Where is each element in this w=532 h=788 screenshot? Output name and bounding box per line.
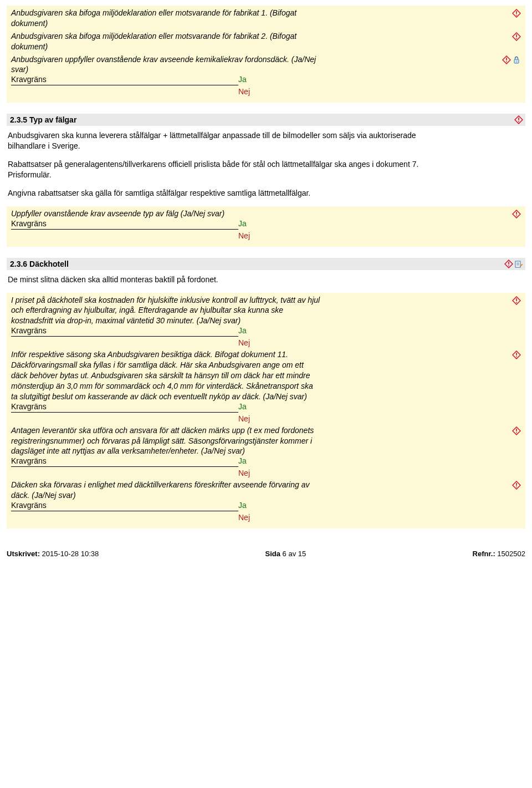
requirements-box-236: I priset på däckhotell ska kostnaden för… xyxy=(7,293,525,529)
answer-nej: Nej xyxy=(238,513,250,522)
kravgrans-label: Kravgräns xyxy=(11,326,238,337)
warning-icon xyxy=(512,426,521,435)
warning-icon xyxy=(514,115,523,124)
answer-ja: Ja xyxy=(238,326,250,335)
kravgrans-label: Kravgräns xyxy=(11,456,238,467)
refnr-label: Refnr.: xyxy=(473,550,495,558)
section-paragraph: Rabattsatser på generalagentens/tillverk… xyxy=(8,159,440,180)
footer-printed: Utskrivet: 2015-10-28 10:38 xyxy=(7,550,99,558)
answer-ja: Ja xyxy=(238,219,250,228)
answer-ja: Ja xyxy=(238,456,250,465)
kravgrans-row: Kravgräns Ja Nej xyxy=(11,501,471,522)
requirements-box-235: Uppfyller ovanstående krav avseende typ … xyxy=(7,206,525,247)
section-body-235: Anbudsgivaren ska kunna leverera stålfäl… xyxy=(7,126,441,206)
requirement-item: Anbudsgivaren ska bifoga miljödeklaratio… xyxy=(11,31,521,52)
kravgrans-row: Kravgräns Ja Nej xyxy=(11,219,471,240)
requirement-item: Däcken ska förvaras i enlighet med däckt… xyxy=(11,480,521,522)
warning-icon xyxy=(512,210,521,218)
requirement-text: Uppfyller ovanstående krav avseende typ … xyxy=(11,209,399,219)
warning-icon xyxy=(512,350,521,359)
section-paragraph: De minst slitna däcken ska alltid monter… xyxy=(8,274,440,285)
requirement-text: Anbudsgivaren uppfyller ovanstående krav… xyxy=(11,54,321,75)
page-footer: Utskrivet: 2015-10-28 10:38 Sida 6 av 15… xyxy=(7,540,525,558)
kravgrans-label: Kravgräns xyxy=(11,501,238,511)
warning-icon xyxy=(512,481,521,490)
edit-icon xyxy=(514,260,523,268)
requirement-item: Inför respektive säsong ska Anbudsgivare… xyxy=(11,349,521,423)
section-paragraph: Anbudsgivaren ska kunna leverera stålfäl… xyxy=(8,130,440,151)
kravgrans-row: Kravgräns Ja Nej xyxy=(11,75,471,96)
section-title: 2.3.6 Däckhotell xyxy=(10,260,69,268)
section-header-235: 2.3.5 Typ av fälgar xyxy=(7,114,525,126)
refnr-value: 1502502 xyxy=(497,550,525,558)
section-header-236: 2.3.6 Däckhotell xyxy=(7,258,525,270)
sida-av: av xyxy=(288,550,296,558)
requirement-text: Inför respektive säsong ska Anbudsgivare… xyxy=(11,349,321,401)
kravgrans-row: Kravgräns Ja Nej xyxy=(11,456,471,477)
requirement-text: Antagen leverantör ska utföra och ansvar… xyxy=(11,425,321,457)
kravgrans-label: Kravgräns xyxy=(11,402,238,413)
footer-ref: Refnr.: 1502502 xyxy=(473,550,525,558)
requirement-item: Anbudsgivaren ska bifoga miljödeklaratio… xyxy=(11,8,521,29)
answer-nej: Nej xyxy=(238,414,250,423)
answer-nej: Nej xyxy=(238,469,250,477)
warning-icon xyxy=(512,32,521,41)
requirements-box-top: Anbudsgivaren ska bifoga miljödeklaratio… xyxy=(7,6,525,103)
requirement-item: I priset på däckhotell ska kostnaden för… xyxy=(11,295,521,348)
kravgrans-row: Kravgräns Ja Nej xyxy=(11,402,471,423)
section-paragraph: Angivna rabattsatser ska gälla för samtl… xyxy=(8,188,440,199)
requirement-text: Däcken ska förvaras i enlighet med däckt… xyxy=(11,480,321,501)
kravgrans-label: Kravgräns xyxy=(11,75,238,85)
section-body-236: De minst slitna däcken ska alltid monter… xyxy=(7,270,441,293)
answer-nej: Nej xyxy=(238,87,250,96)
answer-nej: Nej xyxy=(238,338,250,347)
utskrivet-label: Utskrivet: xyxy=(7,550,40,558)
sida-label: Sida xyxy=(265,550,280,558)
lock-help-icon xyxy=(512,55,521,64)
answer-ja: Ja xyxy=(238,75,250,84)
requirement-text: Anbudsgivaren ska bifoga miljödeklaratio… xyxy=(11,8,321,29)
kravgrans-label: Kravgräns xyxy=(11,219,238,230)
requirement-item: Anbudsgivaren uppfyller ovanstående krav… xyxy=(11,54,521,96)
warning-icon xyxy=(504,260,513,268)
requirement-text: Anbudsgivaren ska bifoga miljödeklaratio… xyxy=(11,31,321,52)
answer-nej: Nej xyxy=(238,231,250,240)
requirement-item: Uppfyller ovanstående krav avseende typ … xyxy=(11,209,521,240)
footer-page: Sida 6 av 15 xyxy=(265,550,306,558)
warning-icon xyxy=(512,9,521,18)
warning-icon xyxy=(502,55,511,64)
requirement-text: I priset på däckhotell ska kostnaden för… xyxy=(11,295,321,327)
section-title: 2.3.5 Typ av fälgar xyxy=(10,115,76,124)
sida-total: 15 xyxy=(298,550,306,558)
answer-ja: Ja xyxy=(238,402,250,411)
requirement-item: Antagen leverantör ska utföra och ansvar… xyxy=(11,425,521,478)
answer-ja: Ja xyxy=(238,501,250,510)
warning-icon xyxy=(512,296,521,305)
kravgrans-row: Kravgräns Ja Nej xyxy=(11,326,471,347)
utskrivet-value: 2015-10-28 10:38 xyxy=(42,550,99,558)
sida-num: 6 xyxy=(283,550,287,558)
